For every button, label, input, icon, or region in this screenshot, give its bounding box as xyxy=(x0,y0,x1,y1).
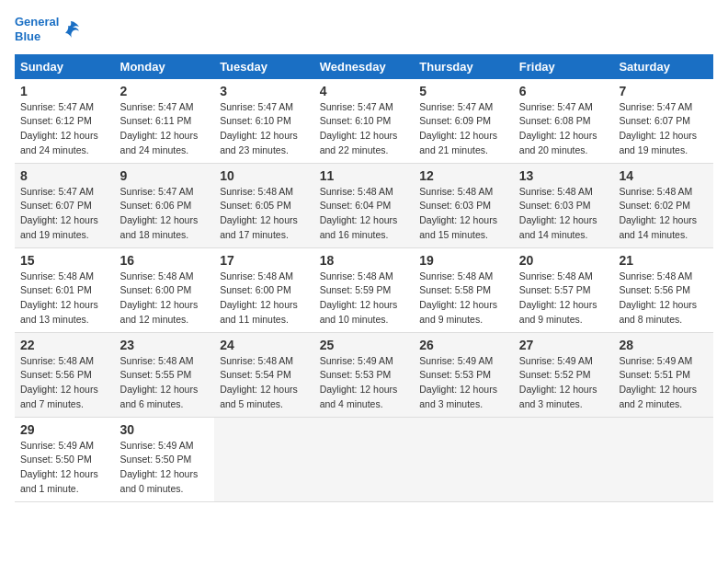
calendar-cell: 15 Sunrise: 5:48 AM Sunset: 6:01 PM Dayl… xyxy=(15,247,115,332)
day-number: 16 xyxy=(120,253,210,268)
day-number: 2 xyxy=(120,84,210,98)
day-info: Sunrise: 5:49 AM Sunset: 5:53 PM Dayligh… xyxy=(320,354,409,412)
day-info: Sunrise: 5:47 AM Sunset: 6:07 PM Dayligh… xyxy=(619,100,708,158)
calendar-cell: 23 Sunrise: 5:48 AM Sunset: 5:55 PM Dayl… xyxy=(115,332,215,417)
calendar-cell: 1 Sunrise: 5:47 AM Sunset: 6:12 PM Dayli… xyxy=(15,79,115,164)
logo-text: General Blue xyxy=(15,15,59,45)
calendar-cell: 2 Sunrise: 5:47 AM Sunset: 6:11 PM Dayli… xyxy=(115,79,215,164)
day-info: Sunrise: 5:48 AM Sunset: 6:03 PM Dayligh… xyxy=(519,185,609,243)
day-info: Sunrise: 5:47 AM Sunset: 6:08 PM Dayligh… xyxy=(519,100,609,158)
calendar-cell: 8 Sunrise: 5:47 AM Sunset: 6:07 PM Dayli… xyxy=(15,163,115,247)
day-number: 20 xyxy=(519,253,609,268)
calendar-cell: 24 Sunrise: 5:48 AM Sunset: 5:54 PM Dayl… xyxy=(214,332,314,417)
day-info: Sunrise: 5:48 AM Sunset: 6:03 PM Dayligh… xyxy=(419,185,508,243)
calendar-cell: 26 Sunrise: 5:49 AM Sunset: 5:53 PM Dayl… xyxy=(414,332,514,417)
weekday-header: Wednesday xyxy=(314,54,415,79)
day-info: Sunrise: 5:47 AM Sunset: 6:12 PM Dayligh… xyxy=(20,100,109,158)
weekday-header: Saturday xyxy=(613,54,713,79)
calendar-body: 1 Sunrise: 5:47 AM Sunset: 6:12 PM Dayli… xyxy=(15,79,713,502)
calendar-cell: 16 Sunrise: 5:48 AM Sunset: 6:00 PM Dayl… xyxy=(115,247,215,332)
day-number: 6 xyxy=(519,84,609,98)
day-number: 23 xyxy=(120,338,210,352)
day-number: 17 xyxy=(220,253,309,268)
day-info: Sunrise: 5:48 AM Sunset: 5:59 PM Dayligh… xyxy=(320,270,409,327)
day-number: 29 xyxy=(20,422,109,437)
day-info: Sunrise: 5:47 AM Sunset: 6:07 PM Dayligh… xyxy=(20,185,109,243)
day-info: Sunrise: 5:48 AM Sunset: 5:55 PM Dayligh… xyxy=(120,354,210,412)
calendar-cell: 11 Sunrise: 5:48 AM Sunset: 6:04 PM Dayl… xyxy=(314,163,415,247)
day-number: 27 xyxy=(519,338,609,352)
day-number: 4 xyxy=(320,84,409,98)
day-info: Sunrise: 5:48 AM Sunset: 5:58 PM Dayligh… xyxy=(419,270,508,327)
calendar-week-row: 29 Sunrise: 5:49 AM Sunset: 5:50 PM Dayl… xyxy=(15,417,713,501)
day-info: Sunrise: 5:48 AM Sunset: 6:01 PM Dayligh… xyxy=(20,270,109,327)
weekday-header: Monday xyxy=(115,54,215,79)
header: General Blue xyxy=(15,15,713,45)
calendar-week-row: 22 Sunrise: 5:48 AM Sunset: 5:56 PM Dayl… xyxy=(15,332,713,417)
day-number: 15 xyxy=(20,253,109,268)
day-info: Sunrise: 5:47 AM Sunset: 6:10 PM Dayligh… xyxy=(220,100,309,158)
calendar-cell: 7 Sunrise: 5:47 AM Sunset: 6:07 PM Dayli… xyxy=(613,79,713,164)
day-number: 7 xyxy=(619,84,708,98)
calendar-header-row: SundayMondayTuesdayWednesdayThursdayFrid… xyxy=(15,54,713,79)
day-number: 19 xyxy=(419,253,508,268)
calendar-week-row: 8 Sunrise: 5:47 AM Sunset: 6:07 PM Dayli… xyxy=(15,163,713,247)
day-number: 28 xyxy=(619,338,708,352)
day-info: Sunrise: 5:47 AM Sunset: 6:06 PM Dayligh… xyxy=(120,185,210,243)
day-info: Sunrise: 5:49 AM Sunset: 5:51 PM Dayligh… xyxy=(619,354,708,412)
calendar-cell: 17 Sunrise: 5:48 AM Sunset: 6:00 PM Dayl… xyxy=(214,247,314,332)
day-number: 21 xyxy=(619,253,708,268)
calendar-cell: 12 Sunrise: 5:48 AM Sunset: 6:03 PM Dayl… xyxy=(414,163,514,247)
day-info: Sunrise: 5:47 AM Sunset: 6:10 PM Dayligh… xyxy=(320,100,409,158)
calendar-cell: 20 Sunrise: 5:48 AM Sunset: 5:57 PM Dayl… xyxy=(514,247,614,332)
calendar-cell: 5 Sunrise: 5:47 AM Sunset: 6:09 PM Dayli… xyxy=(414,79,514,164)
day-info: Sunrise: 5:49 AM Sunset: 5:52 PM Dayligh… xyxy=(519,354,609,412)
day-info: Sunrise: 5:48 AM Sunset: 5:54 PM Dayligh… xyxy=(220,354,309,412)
calendar-cell xyxy=(514,417,614,501)
day-number: 24 xyxy=(220,338,309,352)
day-info: Sunrise: 5:48 AM Sunset: 6:02 PM Dayligh… xyxy=(619,185,708,243)
day-info: Sunrise: 5:48 AM Sunset: 6:00 PM Dayligh… xyxy=(220,270,309,327)
calendar-cell: 21 Sunrise: 5:48 AM Sunset: 5:56 PM Dayl… xyxy=(613,247,713,332)
calendar-cell: 30 Sunrise: 5:49 AM Sunset: 5:50 PM Dayl… xyxy=(115,417,215,501)
day-number: 11 xyxy=(320,168,409,183)
calendar-cell: 27 Sunrise: 5:49 AM Sunset: 5:52 PM Dayl… xyxy=(514,332,614,417)
day-number: 8 xyxy=(20,168,109,183)
calendar-cell: 10 Sunrise: 5:48 AM Sunset: 6:05 PM Dayl… xyxy=(214,163,314,247)
calendar-table: SundayMondayTuesdayWednesdayThursdayFrid… xyxy=(15,54,713,502)
calendar-cell: 6 Sunrise: 5:47 AM Sunset: 6:08 PM Dayli… xyxy=(514,79,614,164)
calendar-cell: 22 Sunrise: 5:48 AM Sunset: 5:56 PM Dayl… xyxy=(15,332,115,417)
day-number: 14 xyxy=(619,168,708,183)
calendar-cell: 3 Sunrise: 5:47 AM Sunset: 6:10 PM Dayli… xyxy=(214,79,314,164)
calendar-cell: 14 Sunrise: 5:48 AM Sunset: 6:02 PM Dayl… xyxy=(613,163,713,247)
calendar-cell xyxy=(214,417,314,501)
day-number: 30 xyxy=(120,422,210,437)
day-number: 1 xyxy=(20,84,109,98)
day-number: 3 xyxy=(220,84,309,98)
day-number: 26 xyxy=(419,338,508,352)
calendar-week-row: 1 Sunrise: 5:47 AM Sunset: 6:12 PM Dayli… xyxy=(15,79,713,164)
day-info: Sunrise: 5:48 AM Sunset: 6:04 PM Dayligh… xyxy=(320,185,409,243)
day-info: Sunrise: 5:47 AM Sunset: 6:09 PM Dayligh… xyxy=(419,100,508,158)
day-info: Sunrise: 5:48 AM Sunset: 6:05 PM Dayligh… xyxy=(220,185,309,243)
weekday-header: Tuesday xyxy=(214,54,314,79)
day-number: 25 xyxy=(320,338,409,352)
day-info: Sunrise: 5:48 AM Sunset: 5:56 PM Dayligh… xyxy=(20,354,109,412)
weekday-header: Thursday xyxy=(414,54,514,79)
day-number: 9 xyxy=(120,168,210,183)
day-number: 5 xyxy=(419,84,508,98)
calendar-cell xyxy=(314,417,415,501)
calendar-cell: 18 Sunrise: 5:48 AM Sunset: 5:59 PM Dayl… xyxy=(314,247,415,332)
logo-bird-icon xyxy=(61,19,81,40)
calendar-cell xyxy=(613,417,713,501)
weekday-header: Sunday xyxy=(15,54,115,79)
day-number: 10 xyxy=(220,168,309,183)
calendar-cell: 9 Sunrise: 5:47 AM Sunset: 6:06 PM Dayli… xyxy=(115,163,215,247)
calendar-cell: 19 Sunrise: 5:48 AM Sunset: 5:58 PM Dayl… xyxy=(414,247,514,332)
calendar-cell: 28 Sunrise: 5:49 AM Sunset: 5:51 PM Dayl… xyxy=(613,332,713,417)
day-number: 12 xyxy=(419,168,508,183)
day-info: Sunrise: 5:49 AM Sunset: 5:53 PM Dayligh… xyxy=(419,354,508,412)
calendar-cell: 4 Sunrise: 5:47 AM Sunset: 6:10 PM Dayli… xyxy=(314,79,415,164)
day-info: Sunrise: 5:48 AM Sunset: 5:56 PM Dayligh… xyxy=(619,270,708,327)
day-number: 22 xyxy=(20,338,109,352)
